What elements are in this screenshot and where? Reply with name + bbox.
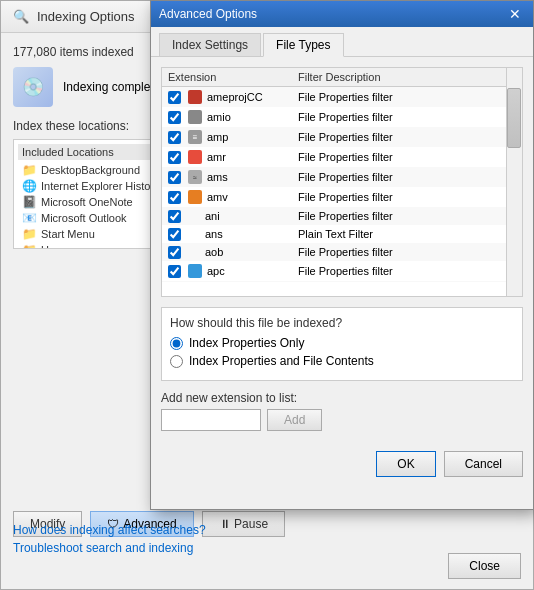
- ext-checkbox[interactable]: [168, 228, 181, 241]
- ext-cell: amr: [168, 149, 298, 165]
- filter-desc: Plain Text Filter: [298, 228, 516, 240]
- folder-icon: 📁: [22, 163, 37, 177]
- file-icon: [187, 89, 203, 105]
- ext-cell: ameprojCC: [168, 89, 298, 105]
- table-row: apc File Properties filter: [162, 261, 522, 281]
- file-icon: [187, 245, 201, 259]
- file-types-table: Extension Filter Description ameprojCC F…: [161, 67, 523, 297]
- ext-name: amv: [207, 191, 228, 203]
- table-row: ape File Properties filter: [162, 281, 522, 282]
- ext-cell: ani: [168, 209, 298, 223]
- ext-name: ams: [207, 171, 228, 183]
- radio-properties-only-label: Index Properties Only: [189, 336, 304, 350]
- ext-checkbox[interactable]: [168, 191, 181, 204]
- add-button[interactable]: Add: [267, 409, 322, 431]
- pause-icon: ⏸: [219, 517, 231, 531]
- radio-properties-only: Index Properties Only: [170, 336, 514, 350]
- ext-cell: apc: [168, 263, 298, 279]
- table-row: ameprojCC File Properties filter: [162, 87, 522, 107]
- file-icon: [187, 209, 201, 223]
- ext-cell: ≡ amp: [168, 129, 298, 145]
- add-extension-section: Add new extension to list: Add: [161, 391, 523, 431]
- add-extension-input[interactable]: [161, 409, 261, 431]
- ext-cell: aob: [168, 245, 298, 259]
- filter-desc: File Properties filter: [298, 171, 516, 183]
- add-label: Add new extension to list:: [161, 391, 523, 405]
- radio-properties-contents-label: Index Properties and File Contents: [189, 354, 374, 368]
- radio-properties-contents: Index Properties and File Contents: [170, 354, 514, 368]
- file-icon: ≈: [187, 169, 203, 185]
- file-icon: [187, 189, 203, 205]
- filter-desc: File Properties filter: [298, 131, 516, 143]
- col-filter: Filter Description: [298, 71, 516, 83]
- table-row: ≈ ams File Properties filter: [162, 167, 522, 187]
- tab-file-types[interactable]: File Types: [263, 33, 343, 57]
- filter-desc: File Properties filter: [298, 210, 516, 222]
- table-row: amr File Properties filter: [162, 147, 522, 167]
- modal-body: Extension Filter Description ameprojCC F…: [151, 57, 533, 441]
- ext-cell: ≈ ams: [168, 169, 298, 185]
- file-icon: [187, 109, 203, 125]
- ext-name: ans: [205, 228, 223, 240]
- modal-footer: OK Cancel: [151, 441, 533, 487]
- outlook-icon: 📧: [22, 211, 37, 225]
- indexing-icon: 🔍: [13, 9, 29, 24]
- ext-checkbox[interactable]: [168, 91, 181, 104]
- ext-name: apc: [207, 265, 225, 277]
- file-icon: [187, 227, 201, 241]
- radio-properties-only-input[interactable]: [170, 337, 183, 350]
- modal-tabs: Index Settings File Types: [151, 27, 533, 57]
- help-links: How does indexing affect searches? Troub…: [13, 523, 206, 559]
- tab-index-settings[interactable]: Index Settings: [159, 33, 261, 56]
- ext-checkbox[interactable]: [168, 265, 181, 278]
- ext-name: ameprojCC: [207, 91, 263, 103]
- filter-desc: File Properties filter: [298, 265, 516, 277]
- indexing-help-link[interactable]: How does indexing affect searches?: [13, 523, 206, 537]
- ext-checkbox[interactable]: [168, 246, 181, 259]
- close-button-container: Close: [448, 553, 521, 579]
- filter-desc: File Properties filter: [298, 111, 516, 123]
- filter-desc: File Properties filter: [298, 91, 516, 103]
- scrollbar-thumb[interactable]: [507, 88, 521, 148]
- ext-name: amr: [207, 151, 226, 163]
- ext-checkbox[interactable]: [168, 131, 181, 144]
- ext-name: amp: [207, 131, 228, 143]
- close-button[interactable]: Close: [448, 553, 521, 579]
- location-name: Microsoft Outlook: [41, 212, 127, 224]
- table-body[interactable]: ameprojCC File Properties filter amio Fi…: [162, 87, 522, 282]
- file-icon: ≡: [187, 129, 203, 145]
- ext-checkbox[interactable]: [168, 111, 181, 124]
- ext-cell: ans: [168, 227, 298, 241]
- modal-close-button[interactable]: ✕: [505, 7, 525, 21]
- ext-checkbox[interactable]: [168, 210, 181, 223]
- filter-desc: File Properties filter: [298, 191, 516, 203]
- folder-icon: 📁: [22, 243, 37, 249]
- troubleshoot-link[interactable]: Troubleshoot search and indexing: [13, 541, 206, 555]
- location-name: Internet Explorer Histor...: [41, 180, 163, 192]
- location-name: Microsoft OneNote: [41, 196, 133, 208]
- radio-properties-contents-input[interactable]: [170, 355, 183, 368]
- ext-name: aob: [205, 246, 223, 258]
- modal-title: Advanced Options: [159, 7, 257, 21]
- filter-desc: File Properties filter: [298, 151, 516, 163]
- filter-desc: File Properties filter: [298, 246, 516, 258]
- location-name: Users: [41, 244, 70, 249]
- col-extension: Extension: [168, 71, 298, 83]
- file-icon: [187, 149, 203, 165]
- modal-title-bar: Advanced Options ✕: [151, 1, 533, 27]
- indexing-options-section: How should this file be indexed? Index P…: [161, 307, 523, 381]
- location-name: Start Menu: [41, 228, 95, 240]
- indexing-drive-icon: 💿: [13, 67, 53, 107]
- ext-checkbox[interactable]: [168, 171, 181, 184]
- onenote-icon: 📓: [22, 195, 37, 209]
- ok-button[interactable]: OK: [376, 451, 435, 477]
- ext-cell: amv: [168, 189, 298, 205]
- pause-label: Pause: [234, 517, 268, 531]
- pause-button[interactable]: ⏸ Pause: [202, 511, 285, 537]
- ext-checkbox[interactable]: [168, 151, 181, 164]
- folder-icon: 📁: [22, 227, 37, 241]
- tab-file-types-label: File Types: [276, 38, 330, 52]
- cancel-button[interactable]: Cancel: [444, 451, 523, 477]
- tab-index-settings-label: Index Settings: [172, 38, 248, 52]
- location-name: DesktopBackground: [41, 164, 140, 176]
